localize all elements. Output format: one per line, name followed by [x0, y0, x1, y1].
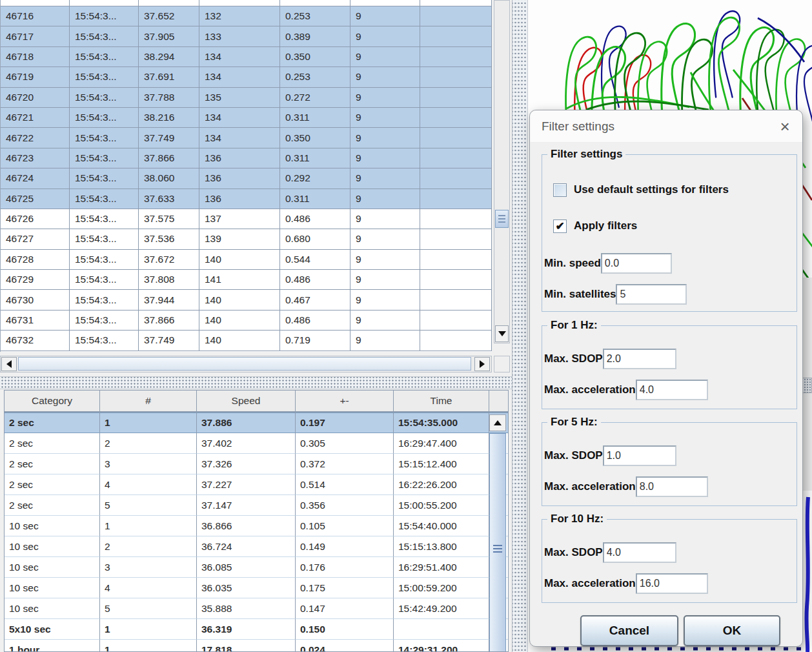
- result-row[interactable]: 10 sec336.0850.17616:29:51.400: [5, 557, 508, 578]
- ok-button[interactable]: OK: [684, 615, 780, 646]
- cell-pm: 0.150: [296, 619, 394, 640]
- vertical-splitter[interactable]: [512, 0, 528, 652]
- max-sdop-5hz-input[interactable]: [603, 445, 676, 466]
- cell-category: 10 sec: [5, 516, 100, 536]
- horizontal-splitter[interactable]: [0, 376, 512, 389]
- result-row[interactable]: 2 sec537.1470.35615:00:55.200: [5, 495, 508, 516]
- close-icon[interactable]: ×: [775, 117, 795, 136]
- trackpoints-table: 4671615:54:3...37.6521320.25394671715:54…: [0, 0, 492, 352]
- cell-extra: [420, 6, 492, 26]
- result-row[interactable]: 2 sec237.4020.30516:29:47.400: [5, 433, 508, 454]
- cell-extra: [420, 128, 492, 148]
- group-title: For 1 Hz:: [547, 319, 601, 332]
- cell-extra: [420, 148, 492, 168]
- cell-category: 10 sec: [5, 536, 100, 557]
- scroll-right-button[interactable]: [474, 357, 490, 371]
- cell-category: 10 sec: [5, 598, 100, 619]
- table-row[interactable]: 4671915:54:3...37.6911340.2539: [1, 67, 492, 87]
- column-header-pm[interactable]: +-: [296, 391, 394, 413]
- min-satellites-label: Min. satellites: [544, 288, 616, 301]
- max-acceleration-5hz-row: Max. acceleration: [544, 476, 708, 498]
- table-row[interactable]: 4672415:54:3...38.0601360.2929: [1, 168, 492, 188]
- table-row[interactable]: 4672615:54:3...37.5751370.4869: [1, 209, 492, 229]
- cell-category: 2 sec: [5, 433, 100, 454]
- scroll-up-button[interactable]: [489, 414, 506, 431]
- cell-time: 15:54:3...: [70, 270, 139, 290]
- table-row[interactable]: 4672115:54:3...38.2161340.3119: [1, 108, 492, 128]
- max-acceleration-1hz-row: Max. acceleration: [544, 379, 708, 401]
- cell-time: 16:29:47.400: [394, 433, 489, 454]
- use-default-settings-checkbox-row[interactable]: Use default settings for filters: [553, 182, 729, 198]
- checkbox-checked-icon[interactable]: ✔: [553, 219, 567, 233]
- cell-time: 15:54:3...: [70, 168, 139, 188]
- table-row[interactable]: 4673115:54:3...37.8661400.4869: [1, 311, 492, 331]
- result-row[interactable]: 10 sec535.8880.14715:42:49.200: [5, 598, 508, 619]
- cell-id: 46730: [1, 290, 70, 310]
- min-speed-label: Min. speed: [544, 257, 601, 270]
- table-row[interactable]: 4671815:54:3...38.2941340.3509: [1, 47, 492, 67]
- cell-error: 0.719: [280, 331, 350, 351]
- max-sdop-10hz-input[interactable]: [603, 542, 676, 563]
- table-row[interactable]: 4672215:54:3...37.7491340.3509: [1, 128, 492, 148]
- min-satellites-input[interactable]: [616, 284, 687, 305]
- table-row[interactable]: 4672515:54:3...37.6331360.3119: [1, 189, 492, 209]
- column-header-time[interactable]: Time: [394, 391, 489, 413]
- result-row[interactable]: 1 hour117.8180.02414:29:31.200: [5, 640, 508, 652]
- cell-time: 15:42:49.200: [394, 598, 489, 619]
- result-row[interactable]: 10 sec436.0350.17515:00:59.200: [5, 578, 508, 598]
- results-vertical-scrollbar[interactable]: [489, 391, 507, 652]
- max-sdop-1hz-input[interactable]: [603, 349, 676, 369]
- arrow-left-icon: [6, 360, 12, 368]
- cell-error: 0.680: [280, 229, 350, 249]
- table-row[interactable]: 4672715:54:3...37.5361390.6809: [1, 229, 492, 249]
- result-row[interactable]: 2 sec437.2270.51416:22:26.200: [5, 474, 508, 495]
- table-row[interactable]: 4671615:54:3...37.6521320.2539: [1, 6, 492, 26]
- result-row[interactable]: 5x10 sec136.3190.150: [5, 619, 508, 640]
- result-row[interactable]: 10 sec136.8660.10515:54:40.000: [5, 516, 508, 536]
- scrollbar-thumb[interactable]: [18, 357, 471, 371]
- thumb-ridges-icon: [493, 545, 502, 553]
- max-acceleration-10hz-input[interactable]: [636, 573, 708, 594]
- max-acceleration-5hz-input[interactable]: [636, 476, 708, 497]
- min-speed-input[interactable]: [601, 253, 672, 274]
- cell-num: 3: [100, 454, 197, 474]
- result-row[interactable]: 2 sec337.3260.37215:15:12.400: [5, 454, 508, 474]
- cancel-button[interactable]: Cancel: [580, 615, 678, 646]
- scrollbar-thumb[interactable]: [495, 210, 509, 228]
- cell-time: 15:54:3...: [70, 331, 139, 351]
- max-acceleration-1hz-input[interactable]: [636, 380, 708, 400]
- trackpoints-horizontal-scrollbar[interactable]: [0, 356, 492, 372]
- cell-num: 2: [100, 536, 197, 557]
- table-row[interactable]: 4672815:54:3...37.6721400.5449: [1, 250, 492, 270]
- apply-filters-checkbox-row[interactable]: ✔ Apply filters: [553, 218, 637, 234]
- cell-extra: [420, 88, 492, 108]
- trackpoints-vertical-scrollbar[interactable]: [494, 0, 510, 343]
- table-row[interactable]: 4672015:54:3...37.7881350.2729: [1, 88, 492, 108]
- cell-speed: 37.905: [139, 26, 199, 46]
- cell-time: 15:54:3...: [70, 311, 139, 331]
- result-row[interactable]: 10 sec236.7240.14915:15:13.800: [5, 536, 508, 557]
- column-header-speed[interactable]: Speed: [197, 391, 296, 413]
- table-row[interactable]: 4672315:54:3...37.8661360.3119: [1, 148, 492, 168]
- cell-heading: 134: [199, 108, 280, 128]
- table-row[interactable]: 4673015:54:3...37.9441400.4679: [1, 290, 492, 310]
- cell-error: 0.544: [280, 250, 350, 270]
- column-header-num[interactable]: #: [100, 391, 197, 413]
- cell-heading: 134: [199, 128, 280, 148]
- cell-heading: 140: [199, 311, 280, 331]
- table-row[interactable]: 4671715:54:3...37.9051330.3899: [1, 26, 492, 46]
- result-row[interactable]: 2 sec137.8860.19715:54:35.000: [5, 413, 508, 433]
- dialog-titlebar[interactable]: Filter settings ×: [530, 110, 802, 143]
- table-row[interactable]: 4672915:54:3...37.8081410.4869: [1, 270, 492, 290]
- column-header-category[interactable]: Category: [5, 391, 100, 413]
- cell-time: 15:54:3...: [70, 250, 139, 270]
- cell-time: 15:54:3...: [70, 67, 139, 87]
- scrollbar-thumb[interactable]: [489, 433, 506, 652]
- dialog-title: Filter settings: [542, 110, 614, 143]
- cell-id: 46718: [1, 47, 70, 67]
- cell-num: 1: [100, 413, 197, 433]
- checkbox-unchecked-icon[interactable]: [553, 183, 567, 197]
- scroll-left-button[interactable]: [1, 357, 17, 371]
- table-row[interactable]: 4673215:54:3...37.7491400.7199: [1, 331, 492, 351]
- scroll-down-button[interactable]: [495, 325, 509, 342]
